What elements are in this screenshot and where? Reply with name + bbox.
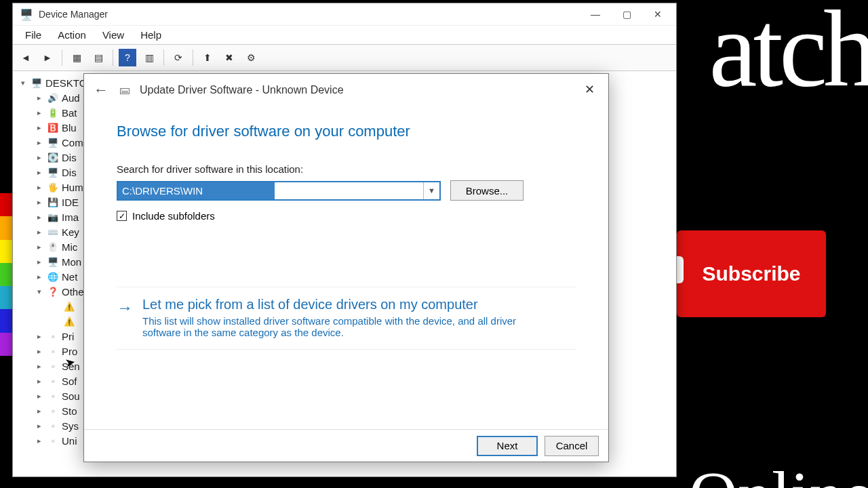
menubar: File Action View Help [13,25,676,44]
cancel-button[interactable]: Cancel [545,436,599,456]
other-icon: ❓ [47,286,59,297]
device-category-icon: 💽 [47,152,59,163]
close-button[interactable]: ✕ [642,4,673,24]
toolbar: ◄ ► ▦ ▤ ? ▥ ⟳ ⬆ ✖ ⚙ [13,44,676,71]
show-hide-tree-icon[interactable]: ▦ [68,49,85,66]
include-subfolders-label: Include subfolders [132,210,215,222]
update-driver-dialog: ✕ ← 🖴 Update Driver Software - Unknown D… [83,73,609,462]
search-location-label: Search for driver software in this locat… [117,163,576,175]
back-icon[interactable]: ◄ [17,49,35,66]
pick-option-title: Let me pick from a list of device driver… [142,297,524,312]
window-title: Device Manager [39,9,580,20]
titlebar: 🖥️ Device Manager — ▢ ✕ [13,3,676,25]
menu-file[interactable]: File [18,26,48,43]
scan-icon[interactable]: ▥ [140,49,158,66]
dialog-title: Update Driver Software - Unknown Device [140,84,344,96]
unknown-device-icon: ⚠️ [63,301,75,312]
help-icon[interactable]: ? [119,49,136,66]
background-word-top: atch [709,0,868,112]
path-input[interactable] [118,182,275,199]
device-category-icon: ⌨️ [47,226,59,237]
device-category-icon: ▫️ [47,420,59,431]
disable-icon[interactable]: ✖ [220,49,238,66]
device-category-icon: ▫️ [47,346,59,357]
subscribe-label: Subscribe [702,262,800,285]
device-category-icon: 🖐️ [47,182,59,192]
device-category-icon: ▫️ [47,361,59,371]
browse-button[interactable]: Browse... [450,180,524,201]
dialog-back-icon[interactable]: ← [94,81,108,99]
update-driver-icon[interactable]: ⟳ [170,49,187,66]
include-subfolders-checkbox[interactable]: ✓ [117,211,127,221]
device-category-icon: 🅱️ [47,122,59,133]
devmgr-icon: 🖥️ [20,8,32,20]
dialog-footer: Next Cancel [84,429,608,462]
device-category-icon: ▫️ [47,375,59,386]
device-category-icon: 🖥️ [47,137,59,148]
dialog-close-button[interactable]: ✕ [577,79,601,100]
device-category-icon: 🖥️ [47,167,59,178]
device-icon: 🖴 [119,84,132,96]
device-category-icon: 🌐 [47,271,59,282]
menu-help[interactable]: Help [134,26,168,43]
device-category-icon: 📷 [47,211,59,222]
device-category-icon: ▫️ [47,331,59,342]
next-button[interactable]: Next [477,436,538,456]
maximize-button[interactable]: ▢ [611,4,642,24]
chevron-down-icon[interactable]: ▼ [423,182,439,199]
dialog-heading: Browse for driver software on your compu… [117,123,576,140]
dialog-header: ← 🖴 Update Driver Software - Unknown Dev… [84,74,608,106]
device-category-icon: ▫️ [47,435,59,446]
device-category-icon: 🖱️ [47,241,59,252]
uninstall-icon[interactable]: ⬆ [199,49,216,66]
device-category-icon: 🖥️ [47,256,59,267]
pick-option-desc: This list will show installed driver sof… [142,315,524,338]
enable-icon[interactable]: ⚙ [242,49,260,66]
background-word-bottom: Online [689,456,868,488]
forward-icon[interactable]: ► [39,49,56,66]
device-category-icon: ▫️ [47,405,59,416]
properties-icon[interactable]: ▤ [90,49,107,66]
path-combobox[interactable]: ▼ [117,181,441,201]
device-category-icon: 🔋 [47,107,59,118]
arrow-right-icon: → [117,297,133,338]
pick-from-list-option[interactable]: → Let me pick from a list of device driv… [117,287,576,350]
device-category-icon: 🔊 [47,92,59,103]
menu-view[interactable]: View [96,26,131,43]
device-category-icon: 💾 [47,197,59,207]
minimize-button[interactable]: — [580,4,611,24]
device-category-icon: ▫️ [47,390,59,401]
computer-icon: 🖥️ [31,77,43,88]
menu-action[interactable]: Action [51,26,93,43]
unknown-device-icon: ⚠️ [63,316,75,327]
subscribe-button[interactable]: Subscribe [677,230,826,317]
